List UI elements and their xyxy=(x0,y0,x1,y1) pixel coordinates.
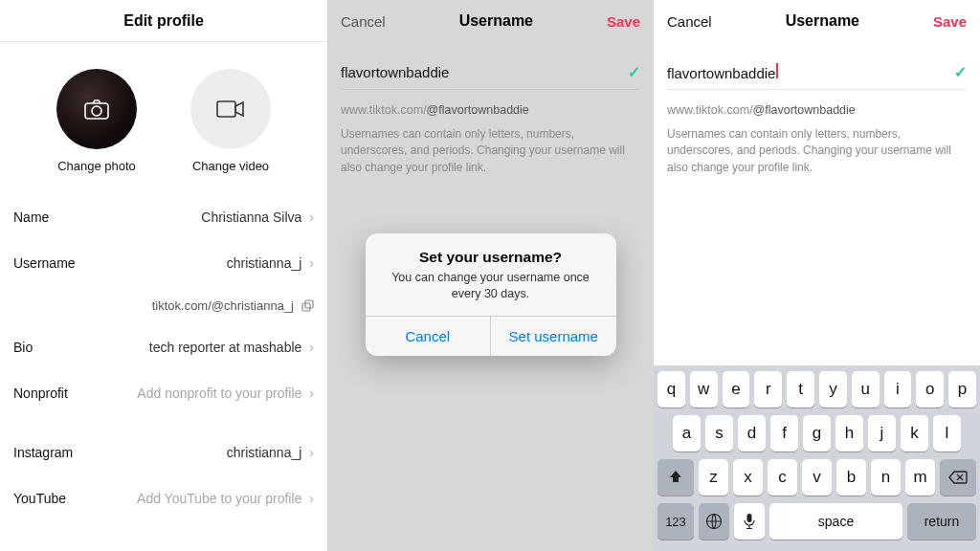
username-body: flavortownbaddie ✓ www.tiktok.com/@flavo… xyxy=(654,42,980,176)
key-z[interactable]: z xyxy=(699,459,728,496)
key-s[interactable]: s xyxy=(705,415,733,452)
numbers-key[interactable]: 123 xyxy=(657,503,694,540)
edit-profile-panel: Edit profile Change photo Change video N… xyxy=(0,0,327,551)
svg-rect-6 xyxy=(747,514,752,522)
key-k[interactable]: k xyxy=(901,415,928,452)
globe-icon xyxy=(705,513,723,530)
chevron-right-icon: › xyxy=(309,445,314,460)
keyboard-row-4: 123 space return xyxy=(657,503,976,540)
mic-icon xyxy=(744,513,755,530)
profile-rows: Name Christianna Silva› Username christi… xyxy=(0,194,327,521)
key-l[interactable]: l xyxy=(933,415,961,452)
key-r[interactable]: r xyxy=(754,371,782,408)
save-button[interactable]: Save xyxy=(933,13,967,30)
key-m[interactable]: m xyxy=(905,459,935,496)
username-value: christianna_j xyxy=(227,255,302,271)
chevron-right-icon: › xyxy=(309,386,314,401)
instagram-value: christianna_j xyxy=(227,445,302,460)
checkmark-icon: ✓ xyxy=(954,63,967,81)
media-row: Change photo Change video xyxy=(0,42,327,194)
username-input-line[interactable]: flavortownbaddie ✓ xyxy=(667,63,967,90)
key-h[interactable]: h xyxy=(835,415,863,452)
key-u[interactable]: u xyxy=(852,371,880,408)
key-v[interactable]: v xyxy=(802,459,832,496)
nonprofit-placeholder: Add nonprofit to your profile xyxy=(137,386,301,401)
return-key[interactable]: return xyxy=(907,503,976,540)
row-name[interactable]: Name Christianna Silva› xyxy=(13,194,314,240)
row-instagram[interactable]: Instagram christianna_j› xyxy=(13,430,314,475)
key-o[interactable]: o xyxy=(916,371,944,408)
page-title: Edit profile xyxy=(123,12,204,30)
change-video-item[interactable]: Change video xyxy=(190,69,271,173)
key-t[interactable]: t xyxy=(787,371,814,408)
space-key[interactable]: space xyxy=(769,503,902,540)
key-n[interactable]: n xyxy=(871,459,901,496)
text-cursor xyxy=(776,63,778,78)
key-b[interactable]: b xyxy=(836,459,866,496)
key-x[interactable]: x xyxy=(733,459,763,496)
confirm-dialog: Set your username? You can change your u… xyxy=(366,233,616,356)
shift-key[interactable] xyxy=(657,459,694,496)
instagram-label: Instagram xyxy=(13,445,73,460)
mic-key[interactable] xyxy=(734,503,765,540)
username-edit-panel: Cancel Username Save flavortownbaddie ✓ … xyxy=(654,0,980,551)
keyboard-row-3: zxcvbnm xyxy=(657,459,976,496)
page-title: Username xyxy=(786,12,859,30)
keyboard-row-2: asdfghjkl xyxy=(657,415,976,452)
row-nonprofit[interactable]: Nonprofit Add nonprofit to your profile› xyxy=(13,370,314,416)
shift-icon xyxy=(668,470,683,485)
youtube-placeholder: Add YouTube to your profile xyxy=(137,491,301,506)
row-username[interactable]: Username christianna_j› xyxy=(13,240,314,286)
key-e[interactable]: e xyxy=(723,371,750,408)
key-j[interactable]: j xyxy=(868,415,896,452)
key-w[interactable]: w xyxy=(690,371,718,408)
globe-key[interactable] xyxy=(699,503,729,540)
backspace-icon xyxy=(948,471,968,484)
edit-profile-header: Edit profile xyxy=(0,0,327,42)
dialog-message: You can change your username once every … xyxy=(366,270,616,316)
username-header: Cancel Username Save xyxy=(654,0,980,42)
svg-point-1 xyxy=(92,106,101,116)
key-d[interactable]: d xyxy=(738,415,766,452)
row-youtube[interactable]: YouTube Add YouTube to your profile› xyxy=(13,475,314,521)
key-a[interactable]: a xyxy=(673,415,701,452)
video-placeholder[interactable] xyxy=(190,69,271,149)
username-confirm-panel: Cancel Username Save flavortownbaddie ✓ … xyxy=(327,0,654,551)
username-help: Usernames can contain only letters, numb… xyxy=(667,126,967,176)
key-c[interactable]: c xyxy=(768,459,797,496)
backspace-key[interactable] xyxy=(940,459,976,496)
youtube-label: YouTube xyxy=(13,491,66,506)
row-profile-link[interactable]: tiktok.com/@christianna_j xyxy=(13,286,314,324)
camera-icon xyxy=(84,99,109,120)
key-y[interactable]: y xyxy=(819,371,847,408)
keyboard: qwertyuiop asdfghjkl zxcvbnm 123 space r… xyxy=(654,365,980,551)
dialog-overlay: Set your username? You can change your u… xyxy=(327,0,654,551)
change-video-label: Change video xyxy=(192,159,269,173)
chevron-right-icon: › xyxy=(309,209,314,225)
name-value: Christianna Silva xyxy=(201,209,301,225)
key-p[interactable]: p xyxy=(948,371,976,408)
chevron-right-icon: › xyxy=(309,491,314,506)
keyboard-row-1: qwertyuiop xyxy=(657,371,976,408)
profile-link-value: tiktok.com/@christianna_j xyxy=(152,298,294,313)
video-icon xyxy=(216,99,245,120)
dialog-cancel-button[interactable]: Cancel xyxy=(366,317,491,356)
copy-icon[interactable] xyxy=(301,299,314,312)
bio-value: tech reporter at mashable xyxy=(149,340,302,355)
key-q[interactable]: q xyxy=(657,371,685,408)
change-photo-label: Change photo xyxy=(57,159,136,173)
dialog-buttons: Cancel Set username xyxy=(366,316,616,356)
cancel-button[interactable]: Cancel xyxy=(667,13,712,30)
bio-label: Bio xyxy=(13,340,33,355)
chevron-right-icon: › xyxy=(309,340,314,355)
svg-rect-4 xyxy=(302,303,310,311)
row-bio[interactable]: Bio tech reporter at mashable› xyxy=(13,324,314,370)
key-g[interactable]: g xyxy=(803,415,831,452)
name-label: Name xyxy=(13,209,49,225)
key-f[interactable]: f xyxy=(770,415,798,452)
dialog-confirm-button[interactable]: Set username xyxy=(490,317,616,356)
avatar[interactable] xyxy=(56,69,137,149)
change-photo-item[interactable]: Change photo xyxy=(56,69,137,173)
key-i[interactable]: i xyxy=(884,371,912,408)
username-label: Username xyxy=(13,255,76,271)
